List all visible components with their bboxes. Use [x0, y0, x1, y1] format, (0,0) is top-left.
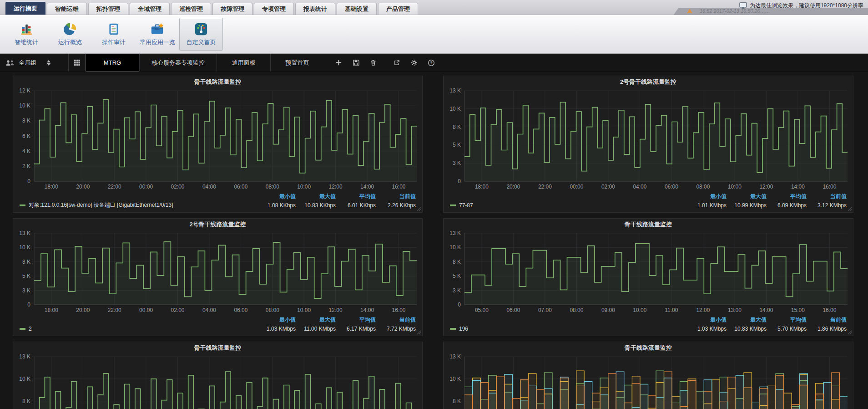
legend-series[interactable]: 77-87	[450, 202, 683, 209]
series-color-swatch	[20, 328, 25, 330]
warning-icon	[687, 9, 692, 13]
svg-text:5 K: 5 K	[453, 142, 461, 148]
panel-trunk-traffic-6: 骨干线路流量监控 13 K10 K8 K5 K3 K0	[443, 342, 853, 409]
nav-tab-report-stats[interactable]: 报表统计	[295, 3, 335, 15]
dashboard-tab-general-panel[interactable]: 通用面板	[217, 54, 270, 72]
dashboard-actions: ?	[324, 54, 438, 72]
series-name: 对象:121.0.0.16[sw-demo] 设备端口 [GigabitEthe…	[29, 201, 173, 209]
svg-text:13 K: 13 K	[449, 353, 461, 360]
nav-tab-special-mgmt[interactable]: 专项管理	[254, 3, 294, 15]
top-menu-bar: 运行摘要 智能运维 拓扑管理 全域管理 巡检管理 故障管理 专项管理 报表统计 …	[0, 0, 868, 15]
line-chart[interactable]: 13 K10 K8 K5 K3 K018:0020:0022:0000:0002…	[13, 230, 422, 315]
svg-text:18:00: 18:00	[45, 184, 58, 190]
pie-overview-icon	[63, 22, 77, 36]
app-item-audit[interactable]: 操作审计	[92, 18, 136, 51]
svg-text:0: 0	[458, 178, 461, 184]
panel-trunk-traffic-4: 骨干线路流量监控 13 K10 K8 K5 K3 K005:0006:0007:…	[443, 218, 853, 336]
nav-tab-operation-summary[interactable]: 运行摘要	[5, 2, 45, 15]
stat-header-min: 最小值	[252, 193, 296, 200]
svg-text:8 K: 8 K	[453, 398, 461, 404]
svg-text:8 K: 8 K	[22, 398, 30, 404]
dashboard-toolbar: 全局组 MTRG 核心服务器专项监控 通用面板 预置首页	[0, 54, 868, 72]
group-selector[interactable]: 全局组	[0, 54, 68, 72]
resize-grip[interactable]	[848, 330, 852, 335]
svg-text:06:00: 06:00	[665, 184, 678, 190]
app-item-label: 智维统计	[15, 38, 38, 46]
legend-series[interactable]: 对象:121.0.0.16[sw-demo] 设备端口 [GigabitEthe…	[20, 201, 252, 209]
svg-text:20:00: 20:00	[506, 184, 520, 190]
svg-text:07:00: 07:00	[538, 307, 552, 313]
app-item-run-overview[interactable]: 运行概览	[48, 18, 92, 51]
svg-text:20:00: 20:00	[76, 184, 90, 190]
spinner-arrows-icon[interactable]	[47, 60, 50, 66]
save-dashboard-button[interactable]	[349, 56, 362, 69]
line-chart[interactable]: 13 K10 K8 K5 K3 K018:0020:0022:0000:0002…	[444, 87, 853, 191]
layout-grid-button[interactable]	[68, 54, 86, 72]
resolution-tip: 为达最佳浏览效果，建议使用1920*1080分辨率	[739, 2, 863, 10]
stat-current-value: 3.12 KMbps	[807, 202, 847, 209]
panel-title[interactable]: 2号骨干线路流量监控	[13, 219, 422, 230]
panel-title[interactable]: 骨干线路流量监控	[444, 342, 853, 353]
line-chart[interactable]: 13 K10 K8 K5 K3 K0	[13, 353, 422, 409]
resize-grip[interactable]	[417, 330, 421, 335]
app-item-custom-home[interactable]: 自定义首页	[179, 18, 223, 51]
nav-tab-fault-mgmt[interactable]: 故障管理	[212, 3, 252, 15]
multi-line-chart[interactable]: 13 K10 K8 K5 K3 K0	[444, 353, 853, 409]
chart-legend: 最小值 最大值 平均值 当前值 196 1.03 KMbps 10.83 KMb…	[444, 315, 853, 336]
legend-series[interactable]: 2	[20, 326, 252, 332]
svg-text:02:00: 02:00	[171, 307, 184, 313]
add-icon	[335, 59, 342, 66]
panel-title[interactable]: 骨干线路流量监控	[13, 76, 422, 87]
stats-bars-icon	[19, 22, 34, 36]
dashboard-settings-button[interactable]	[408, 56, 420, 69]
svg-text:0: 0	[27, 178, 30, 184]
resize-grip[interactable]	[417, 207, 421, 211]
panel-title[interactable]: 骨干线路流量监控	[13, 342, 422, 353]
save-icon	[353, 59, 359, 66]
svg-text:09:00: 09:00	[601, 307, 615, 313]
svg-text:?: ?	[430, 61, 433, 65]
app-item-common-apps[interactable]: 常用应用一览	[136, 18, 179, 51]
panel-trunk-traffic-1: 骨干线路流量监控 12 K10 K8 K6 K4 K2 K018:0020:00…	[13, 76, 423, 213]
nav-tab-topology[interactable]: 拓扑管理	[88, 3, 128, 15]
audit-log-icon	[106, 22, 121, 36]
help-button[interactable]: ?	[425, 56, 438, 69]
svg-text:14:00: 14:00	[791, 184, 805, 190]
svg-text:5 K: 5 K	[453, 273, 461, 279]
svg-text:06:00: 06:00	[234, 184, 247, 190]
app-item-label: 运行概览	[58, 38, 82, 46]
svg-text:08:00: 08:00	[570, 307, 583, 313]
nav-tab-intelligent-ops[interactable]: 智能运维	[47, 3, 87, 15]
svg-text:0: 0	[27, 302, 30, 308]
line-chart[interactable]: 12 K10 K8 K6 K4 K2 K018:0020:0022:0000:0…	[13, 87, 422, 191]
svg-text:12 K: 12 K	[19, 87, 30, 94]
app-item-ops-stats[interactable]: 智维统计	[5, 18, 48, 51]
svg-text:8 K: 8 K	[453, 259, 461, 265]
svg-text:12:00: 12:00	[696, 307, 710, 313]
dashboard-tab-mtrg[interactable]: MTRG	[86, 54, 139, 72]
svg-text:04:00: 04:00	[202, 184, 216, 190]
add-panel-button[interactable]	[332, 56, 345, 69]
line-chart[interactable]: 13 K10 K8 K5 K3 K005:0006:0007:0008:0009…	[444, 230, 853, 315]
legend-series[interactable]: 196	[450, 326, 683, 332]
panel-title[interactable]: 骨干线路流量监控	[444, 219, 853, 230]
svg-text:10:00: 10:00	[633, 307, 646, 313]
nav-tab-global-mgmt[interactable]: 全域管理	[130, 3, 170, 15]
dashboard-tab-core-servers[interactable]: 核心服务器专项监控	[139, 54, 217, 72]
resize-grip[interactable]	[848, 207, 852, 211]
series-color-swatch	[450, 328, 456, 330]
app-toolbar: 智维统计 运行概览 操作审计	[0, 15, 868, 54]
delete-dashboard-button[interactable]	[367, 56, 379, 69]
svg-text:22:00: 22:00	[108, 184, 121, 190]
series-color-swatch	[450, 204, 456, 206]
svg-text:00:00: 00:00	[139, 307, 153, 313]
nav-tab-basic-settings[interactable]: 基础设置	[337, 3, 377, 15]
nav-tab-product-mgmt[interactable]: 产品管理	[378, 3, 418, 15]
panel-title[interactable]: 2号骨干线路流量监控	[444, 76, 853, 87]
nav-tab-inspection[interactable]: 巡检管理	[171, 3, 211, 15]
svg-text:13 K: 13 K	[449, 87, 461, 94]
dashboard-tab-preset-home[interactable]: 预置首页	[270, 54, 324, 72]
stat-min-value: 1.08 KKbps	[252, 202, 296, 209]
group-selector-label: 全局组	[19, 59, 36, 67]
open-external-button[interactable]	[390, 56, 403, 69]
